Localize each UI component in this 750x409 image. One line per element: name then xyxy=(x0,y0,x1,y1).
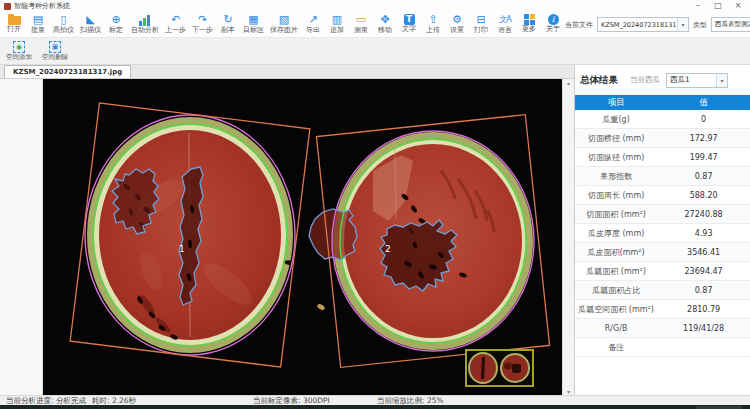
result-item-value: 2810.79 xyxy=(657,305,750,314)
result-item-value: 0.87 xyxy=(657,172,750,181)
batch-icon: ▤ xyxy=(33,13,43,26)
toolbar-button-space-delete[interactable]: ▣空间删除 xyxy=(42,41,68,62)
result-row[interactable]: 切面周长 (mm)588.20 xyxy=(575,186,750,205)
result-row[interactable]: 瓜瓤面积 (mm²)23694.47 xyxy=(575,262,750,281)
toolbar-button-more[interactable]: 更多 xyxy=(517,13,541,35)
result-row[interactable]: R/G/B119/41/28 xyxy=(575,319,750,338)
auto-analyze-icon xyxy=(139,15,151,26)
tab-bar: KZSM_20240723181317.jpg xyxy=(0,65,574,79)
toolbar-button-language[interactable]: 文A语言 xyxy=(493,13,517,35)
melon-2-number: 2 xyxy=(385,244,391,254)
current-file-select[interactable]: KZSM_20240723181317 xyxy=(597,17,689,32)
toolbar-button-space-add[interactable]: ◉空间添加 xyxy=(6,41,32,62)
toolbar-button-append[interactable]: ▥追加 xyxy=(325,13,349,35)
result-row[interactable]: 果形指数0.87 xyxy=(575,167,750,186)
duplicate-icon: ↻ xyxy=(223,13,232,26)
results-table-body: 瓜重(g)0切面横径 (mm)172.97切面纵径 (mm)199.47果形指数… xyxy=(575,110,750,357)
toolbar-button-calibration[interactable]: ⊕标定 xyxy=(104,13,128,35)
toolbar-button-target-region[interactable]: ▦目标区 xyxy=(240,13,267,35)
result-row[interactable]: 瓜瓤面积占比0.87 xyxy=(575,281,750,300)
result-row[interactable]: 切面面积 (mm²)27240.88 xyxy=(575,205,750,224)
result-row[interactable]: 瓜皮厚度 (mm)4.93 xyxy=(575,224,750,243)
result-item-label: 切面周长 (mm) xyxy=(575,190,657,201)
status-bar: 当前分析进度: 分析完成 耗时: 2.26秒 当前标定像素: 300DPI 当前… xyxy=(0,395,750,405)
toolbar-button-label: 高拍仪 xyxy=(53,26,74,35)
toolbar-button-upload[interactable]: ⇧上传 xyxy=(421,13,445,35)
redo-icon: ↷ xyxy=(198,13,207,26)
toolbar-button-open-folder[interactable]: 打开 xyxy=(2,13,26,35)
window-controls: – □ × xyxy=(688,0,748,11)
toolbar-button-about[interactable]: i关于 xyxy=(541,13,565,35)
result-item-label: R/G/B xyxy=(575,324,657,333)
toolbar-button-undo[interactable]: ↶上一步 xyxy=(162,13,189,35)
app-icon xyxy=(4,3,11,10)
toolbar-button-doc-camera[interactable]: ▯高拍仪 xyxy=(50,13,77,35)
text-icon: T xyxy=(404,14,415,25)
minimize-button[interactable]: – xyxy=(688,0,708,11)
navigator-thumbnail[interactable] xyxy=(465,349,534,387)
close-button[interactable]: × xyxy=(728,0,748,11)
analysis-progress-status: 当前分析进度: 分析完成 xyxy=(6,396,86,405)
result-item-label: 果形指数 xyxy=(575,171,657,182)
result-row[interactable]: 备注 xyxy=(575,338,750,357)
result-row[interactable]: 瓜瓤空间面积 (mm²)2810.79 xyxy=(575,300,750,319)
toolbar-button-duplicate[interactable]: ↻副本 xyxy=(216,13,240,35)
toolbar-button-label: 移动 xyxy=(378,26,392,35)
result-row[interactable]: 切面纵径 (mm)199.47 xyxy=(575,148,750,167)
maximize-button[interactable]: □ xyxy=(708,0,728,11)
toolbar-button-save-image[interactable]: ▧保存图片 xyxy=(267,13,301,35)
result-row[interactable]: 瓜重(g)0 xyxy=(575,110,750,129)
toolbar-button-settings[interactable]: ⚙设置 xyxy=(445,13,469,35)
toolbar-button-measure[interactable]: ▭测量 xyxy=(349,13,373,35)
result-item-value: 0.87 xyxy=(657,286,750,295)
toolbar-button-text[interactable]: T文字 xyxy=(397,13,421,35)
toolbar-button-move[interactable]: ✥移动 xyxy=(373,13,397,35)
image-tab[interactable]: KZSM_20240723181317.jpg xyxy=(4,65,131,78)
results-panel: 总体结果 当前西瓜 西瓜1 项目 值 瓜重(g)0切面横径 (mm)172.97… xyxy=(574,65,750,395)
undo-icon: ↶ xyxy=(171,13,180,26)
result-row[interactable]: 切面横径 (mm)172.97 xyxy=(575,129,750,148)
save-image-icon: ▧ xyxy=(279,13,289,26)
title-bar: 智能考种分析系统 – □ × xyxy=(0,0,750,12)
main-toolbar: 打开▤批量▯高拍仪◣扫描仪⊕标定自动分析↶上一步↷下一步↻副本▦目标区▧保存图片… xyxy=(0,12,750,38)
result-item-value: 23694.47 xyxy=(657,267,750,276)
result-item-value: 172.97 xyxy=(657,134,750,143)
image-workspace: KZSM_20240723181317.jpg xyxy=(0,65,574,395)
results-title: 总体结果 xyxy=(580,74,618,87)
toolbar-button-label: 打印 xyxy=(474,26,488,35)
toolbar-button-label: 上传 xyxy=(426,26,440,35)
type-label: 类型 xyxy=(693,20,707,30)
toolbar-button-print[interactable]: ⊟打印 xyxy=(469,13,493,35)
print-icon: ⊟ xyxy=(476,13,485,26)
toolbar-button-label: 关于 xyxy=(546,25,560,34)
toolbar-button-auto-analyze[interactable]: 自动分析 xyxy=(128,13,162,35)
toolbar-button-batch[interactable]: ▤批量 xyxy=(26,13,50,35)
toolbar-button-label: 标定 xyxy=(109,26,123,35)
result-item-value: 588.20 xyxy=(657,191,750,200)
result-item-label: 切面面积 (mm²) xyxy=(575,209,657,220)
result-item-label: 瓜重(g) xyxy=(575,114,657,125)
thumbnail-svg xyxy=(467,351,532,385)
canvas-vertical-scrollbar[interactable] xyxy=(562,79,574,395)
result-item-label: 瓜瓤面积占比 xyxy=(575,285,657,296)
toolbar-button-scanner[interactable]: ◣扫描仪 xyxy=(77,13,104,35)
toolbar-button-label: 语言 xyxy=(498,26,512,35)
results-table-header: 项目 值 xyxy=(575,95,750,110)
melon-1-number: 1 xyxy=(179,244,185,254)
chevron-down-icon[interactable] xyxy=(716,74,727,87)
result-item-label: 瓜瓤空间面积 (mm²) xyxy=(575,304,657,315)
toolbar-button-redo[interactable]: ↷下一步 xyxy=(189,13,216,35)
type-select[interactable]: 西瓜表型测定 xyxy=(711,17,750,32)
export-icon: ↗ xyxy=(308,13,317,26)
column-header-item: 项目 xyxy=(575,97,657,109)
toolbar-button-export[interactable]: ↗导出 xyxy=(301,13,325,35)
result-row[interactable]: 瓜皮面积(mm²)3546.41 xyxy=(575,243,750,262)
calibration-dpi-status: 当前标定像素: 300DPI xyxy=(253,396,330,405)
current-melon-select[interactable]: 西瓜1 xyxy=(666,73,728,88)
open-folder-icon xyxy=(8,16,21,25)
results-panel-header: 总体结果 当前西瓜 西瓜1 xyxy=(575,65,750,95)
current-file-value: KZSM_20240723181317 xyxy=(598,21,677,29)
chevron-down-icon[interactable] xyxy=(677,18,688,31)
analysis-canvas-svg: 1 xyxy=(43,79,562,395)
image-canvas[interactable]: 1 xyxy=(43,79,562,395)
